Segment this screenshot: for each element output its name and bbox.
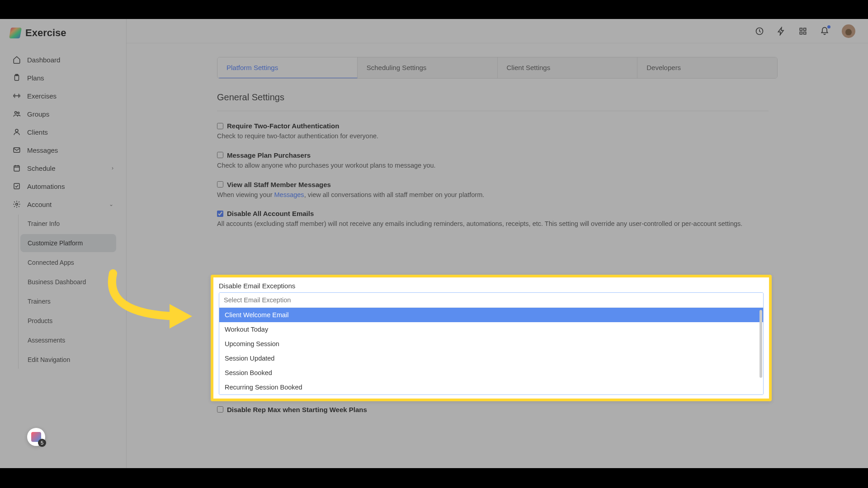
sidebar-item-label: Groups	[27, 110, 49, 118]
dropdown-option-session-updated[interactable]: Session Updated	[219, 351, 763, 366]
svg-point-1	[15, 112, 17, 114]
fab-badge: 5	[38, 439, 46, 447]
sidebar-item-groups[interactable]: Groups	[6, 105, 120, 123]
setting-desc: Check to allow anyone who purchases your…	[217, 161, 760, 171]
dropdown-list: Client Welcome Email Workout Today Upcom…	[219, 308, 763, 394]
setting-label-text: View all Staff Member Messages	[227, 181, 331, 188]
sidebar-subitem-trainers[interactable]: Trainers	[20, 292, 116, 310]
sidebar-item-label: Messages	[27, 146, 58, 154]
sidebar-subitem-trainer-info[interactable]: Trainer Info	[20, 215, 116, 233]
setting-desc: When viewing your Messages, view all con…	[217, 190, 760, 200]
tab-platform-settings[interactable]: Platform Settings	[217, 57, 358, 79]
setting-label-text: Message Plan Purchasers	[227, 151, 311, 159]
sidebar-item-label: Clients	[27, 128, 48, 136]
setting-disable-repmax: Disable Rep Max when Starting Week Plans	[217, 406, 760, 413]
gear-icon	[13, 200, 21, 208]
setting-desc: Check to require two-factor authenticati…	[217, 131, 760, 141]
link-messages[interactable]: Messages	[274, 191, 304, 198]
users-icon	[13, 110, 21, 118]
checkbox-disable-emails[interactable]	[217, 211, 223, 217]
svg-rect-9	[800, 28, 802, 30]
clock-icon[interactable]	[755, 27, 764, 36]
dropdown-input[interactable]	[219, 293, 763, 308]
svg-point-2	[18, 112, 19, 114]
dropdown-option-session-booked[interactable]: Session Booked	[219, 366, 763, 380]
topbar	[127, 19, 868, 43]
sidebar-item-label: Exercises	[27, 92, 57, 100]
sidebar-item-exercises[interactable]: Exercises	[6, 87, 120, 105]
setting-label-text: Disable Rep Max when Starting Week Plans	[227, 406, 367, 413]
checkbox-disable-repmax[interactable]	[217, 406, 223, 413]
sidebar-item-label: Dashboard	[27, 56, 60, 64]
sidebar-item-plans[interactable]: Plans	[6, 69, 120, 87]
setting-label-text: Require Two-Factor Authentication	[227, 122, 339, 130]
setting-desc: All accounts (excluding staff member) wi…	[217, 219, 760, 229]
svg-rect-10	[804, 28, 806, 30]
dropdown-option-client-welcome[interactable]: Client Welcome Email	[219, 308, 763, 322]
sidebar-submenu-account: Trainer Info Customize Platform Connecte…	[18, 215, 120, 369]
sidebar-item-automations[interactable]: Automations	[6, 177, 120, 195]
mail-icon	[13, 146, 21, 154]
sidebar-item-account[interactable]: Account ⌄	[6, 195, 120, 213]
dropdown-option-recurring-session-booked[interactable]: Recurring Session Booked	[219, 380, 763, 394]
sidebar-item-dashboard[interactable]: Dashboard	[6, 51, 120, 69]
sidebar-subitem-assessments[interactable]: Assessments	[20, 331, 116, 349]
settings-tabs: Platform Settings Scheduling Settings Cl…	[217, 57, 778, 79]
avatar[interactable]	[842, 24, 855, 38]
grid-icon[interactable]	[798, 27, 807, 36]
bell-icon[interactable]	[820, 27, 829, 36]
highlight-disable-email-exceptions: Disable Email Exceptions Client Welcome …	[211, 275, 772, 401]
chevron-down-icon: ⌄	[109, 201, 113, 207]
svg-point-7	[16, 203, 18, 206]
setting-disable-emails: Disable All Account Emails All accounts …	[217, 210, 760, 229]
calendar-icon	[13, 164, 21, 172]
svg-rect-12	[804, 32, 806, 34]
checkbox-message-purchasers[interactable]	[217, 152, 223, 158]
tab-scheduling-settings[interactable]: Scheduling Settings	[358, 57, 498, 78]
check-square-icon	[13, 182, 21, 190]
setting-message-purchasers: Message Plan Purchasers Check to allow a…	[217, 151, 760, 171]
chevron-right-icon: ›	[112, 165, 113, 171]
sidebar-subitem-business-dashboard[interactable]: Business Dashboard	[20, 273, 116, 291]
sidebar-subitem-customize-platform[interactable]: Customize Platform	[20, 234, 116, 252]
dropdown-email-exceptions[interactable]: Client Welcome Email Workout Today Upcom…	[219, 292, 764, 395]
sidebar-item-label: Automations	[27, 183, 65, 190]
sidebar-item-label: Account	[27, 201, 52, 208]
home-icon	[13, 56, 21, 64]
bolt-icon[interactable]	[777, 27, 786, 36]
sidebar-item-label: Plans	[27, 74, 44, 82]
setting-label-text: Disable All Account Emails	[227, 210, 314, 217]
sidebar-subitem-edit-navigation[interactable]: Edit Navigation	[20, 351, 116, 369]
clipboard-icon	[13, 74, 21, 82]
tab-developers[interactable]: Developers	[637, 57, 777, 78]
scrollbar[interactable]	[760, 310, 762, 378]
logo[interactable]: Exercise	[0, 19, 126, 47]
user-icon	[13, 128, 21, 136]
sidebar: Exercise Dashboard Plans Exercises Group…	[0, 19, 127, 468]
sidebar-subitem-connected-apps[interactable]: Connected Apps	[20, 253, 116, 272]
svg-rect-6	[14, 183, 19, 189]
fab-button[interactable]: 5	[27, 428, 45, 446]
notification-dot	[827, 25, 830, 28]
svg-point-3	[15, 129, 18, 132]
setting-two-factor: Require Two-Factor Authentication Check …	[217, 122, 760, 141]
dropdown-option-upcoming-session[interactable]: Upcoming Session	[219, 337, 763, 351]
sidebar-item-messages[interactable]: Messages	[6, 141, 120, 159]
divider	[217, 111, 769, 111]
checkbox-view-staff[interactable]	[217, 181, 223, 188]
section-title: General Settings	[217, 92, 827, 103]
sidebar-item-schedule[interactable]: Schedule ›	[6, 159, 120, 177]
tab-client-settings[interactable]: Client Settings	[498, 57, 638, 78]
setting-view-staff: View all Staff Member Messages When view…	[217, 181, 760, 200]
highlight-title: Disable Email Exceptions	[219, 282, 764, 290]
svg-rect-5	[14, 166, 19, 171]
sidebar-subitem-products[interactable]: Products	[20, 312, 116, 330]
checkbox-two-factor[interactable]	[217, 123, 223, 129]
svg-rect-11	[800, 32, 802, 34]
sidebar-item-label: Schedule	[27, 164, 56, 172]
dumbbell-icon	[13, 92, 21, 100]
logo-text: Exercise	[25, 27, 66, 39]
logo-icon	[9, 28, 22, 38]
sidebar-item-clients[interactable]: Clients	[6, 123, 120, 141]
dropdown-option-workout-today[interactable]: Workout Today	[219, 322, 763, 337]
